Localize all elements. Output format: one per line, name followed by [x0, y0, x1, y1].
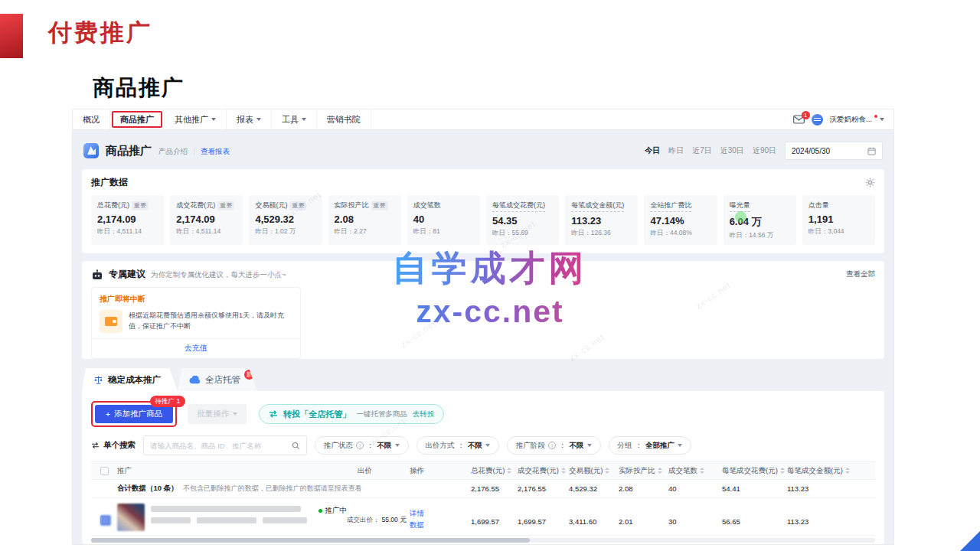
notification-badge: 1	[802, 111, 810, 119]
col-total-spend[interactable]: 总花费(元)	[471, 466, 518, 476]
metric-card: 曝光量 6.04 万 昨日：14.56 万	[724, 195, 796, 245]
go-transfer-link[interactable]: 去转投	[413, 409, 435, 419]
date-quick-filter[interactable]: 近90日	[753, 145, 776, 156]
tab-stable-cost-promo[interactable]: 稳定成本推广	[82, 368, 178, 391]
nav-tab[interactable]: 商品推广	[110, 109, 165, 129]
metric-label: 成交笔数	[413, 201, 441, 210]
filter-value: 全部推广	[645, 441, 675, 451]
metric-yesterday-value: 昨日：4,511.14	[176, 227, 237, 236]
filter-value: 不限	[570, 441, 584, 451]
product-intro-link[interactable]: 产品介绍	[158, 147, 188, 157]
scale-icon	[93, 375, 103, 385]
link-divider	[194, 148, 194, 155]
sort-icon	[561, 468, 566, 474]
metric-value: 113.23	[571, 215, 632, 227]
metric-yesterday-value: 昨日：55.69	[492, 229, 553, 238]
metric-yesterday-value: 昨日：14.56 万	[730, 231, 790, 240]
page-header-links: 产品介绍 查看报表	[158, 147, 230, 157]
summary-roi: 2.08	[619, 484, 668, 493]
date-picker[interactable]: 2024/05/30	[785, 142, 883, 160]
date-value: 2024/05/30	[792, 147, 830, 155]
nav-tab[interactable]: 概况	[73, 109, 110, 129]
add-promo-product-button[interactable]: + 添加推广商品	[95, 405, 173, 423]
nav-tab[interactable]: 营销书院	[317, 109, 371, 129]
swap-icon	[269, 410, 278, 418]
nav-tab-label: 工具	[282, 114, 299, 126]
chevron-down-icon	[678, 444, 682, 447]
summary-gmv: 4,529.32	[569, 484, 619, 493]
nav-tab[interactable]: 工具	[272, 109, 317, 129]
scrollbar-track	[91, 538, 875, 543]
col-roi[interactable]: 实际投产比	[619, 466, 668, 476]
select-all-checkbox[interactable]	[100, 467, 109, 475]
search-icon[interactable]	[292, 442, 300, 450]
slide-corner-decoration	[960, 531, 980, 551]
recharge-link[interactable]: 去充值	[185, 344, 207, 352]
page-header-left: 商品推广 产品介绍 查看报表	[83, 143, 230, 158]
data-link[interactable]: 数据	[410, 520, 471, 531]
batch-actions-button[interactable]: 批量操作	[188, 404, 247, 424]
info-icon: i	[356, 442, 364, 449]
nav-tab[interactable]: 报表	[227, 109, 272, 129]
metric-value: 4,529.32	[255, 214, 315, 225]
col-deal-spend[interactable]: 成交花费(元)	[518, 466, 569, 476]
col-gmv[interactable]: 交易额(元)	[569, 466, 619, 476]
metric-important-tag: 重要	[289, 201, 306, 210]
metric-label: 成交花费(元)	[176, 201, 215, 210]
filter-pill[interactable]: 分组 i ： 全部推广	[609, 436, 692, 455]
col-actions: 操作	[410, 466, 471, 476]
nav-tab-label: 商品推广	[120, 114, 154, 126]
alert-title: 推广即将中断	[100, 294, 292, 305]
nav-tab-label: 营销书院	[327, 114, 361, 126]
tab-full-store-managed[interactable]: 全店托管 新	[178, 368, 257, 391]
summary-total-spend: 2,176.55	[471, 484, 518, 493]
metric-label: 实际投产比	[335, 201, 369, 210]
view-all-link[interactable]: 查看全部	[846, 269, 875, 279]
date-quick-filter[interactable]: 昨日	[668, 145, 684, 156]
metric-value: 2.08	[335, 214, 395, 225]
plus-icon: +	[106, 409, 110, 419]
nav-tab[interactable]: 其他推广	[165, 109, 227, 129]
cursor-highlight-dot	[735, 211, 746, 223]
metric-yesterday-value: 昨日：3,044	[808, 227, 869, 236]
wallet-icon	[100, 310, 122, 333]
table-header-row: 推广 出价 操作 总花费(元) 成交花费(元) 交易额(元) 实际投产比 成交笔…	[91, 461, 875, 480]
summary-orders: 40	[668, 484, 722, 493]
sort-icon	[780, 468, 785, 474]
date-quick-filter[interactable]: 近7日	[692, 145, 712, 156]
metric-value: 54.35	[492, 215, 553, 227]
annotation-red-box: + 添加推广商品 待推广 1	[91, 401, 177, 427]
metric-value: 1,191	[808, 214, 869, 225]
metric-value: 2,174.09	[176, 214, 237, 225]
promo-table: 推广 出价 操作 总花费(元) 成交花费(元) 交易额(元) 实际投产比 成交笔…	[91, 461, 875, 544]
col-bid: 出价	[358, 466, 410, 476]
status-dot-icon	[318, 509, 322, 513]
detail-link[interactable]: 详情	[410, 508, 471, 520]
col-orders[interactable]: 成交笔数	[668, 466, 722, 476]
notification-button[interactable]: 1	[793, 115, 805, 124]
account-name: 沃爱奶粉食...	[830, 115, 872, 125]
scrollbar-thumb[interactable]	[91, 538, 530, 543]
metric-card-row: 总花费(元) 重要 2,174.09 昨日：4,511.14 成交花费(元) 重…	[91, 195, 875, 245]
chevron-down-icon	[233, 412, 237, 416]
transfer-desc: 一键托管多商品	[356, 409, 407, 419]
account-menu[interactable]: 沃爱奶粉食...	[830, 115, 884, 125]
col-cost-per-order[interactable]: 每笔成交花费(元)	[722, 466, 787, 476]
view-report-link[interactable]: 查看报表	[201, 147, 230, 157]
account-avatar[interactable]	[812, 114, 823, 126]
date-quick-filter[interactable]: 近30日	[720, 145, 744, 156]
settings-button[interactable]	[865, 178, 875, 187]
date-quick-filter[interactable]: 今日	[645, 145, 660, 156]
col-amount-per-order[interactable]: 每笔成交金额(元)	[787, 466, 875, 476]
row-roi: 2.01	[619, 504, 668, 526]
promo-tab-bar: 稳定成本推广 全店托管 新	[82, 368, 884, 391]
promo-data-header: 推广数据	[91, 176, 875, 189]
nav-tab-label: 报表	[237, 114, 253, 126]
cloud-icon	[189, 376, 201, 384]
transfer-full-store-pill[interactable]: 转投「全店托管」 一键托管多商品 去转投	[259, 404, 444, 424]
search-input[interactable]	[150, 442, 292, 450]
filter-pill[interactable]: 推广阶段 i ： 不限	[507, 436, 601, 455]
transfer-title: 转投「全店托管」	[283, 409, 351, 420]
filter-pill[interactable]: 出价方式 i ： 不限	[416, 436, 500, 455]
filter-pill[interactable]: 推广状态 i ： 不限	[315, 436, 409, 455]
